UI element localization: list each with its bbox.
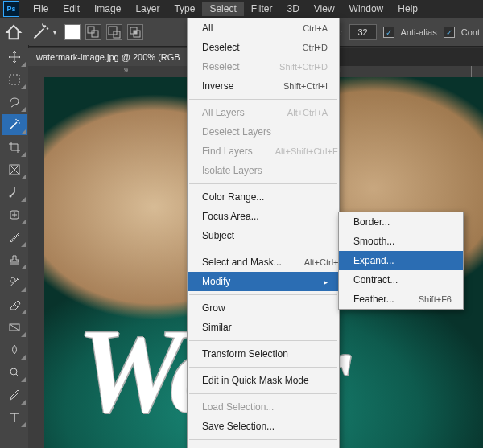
gradient-tool[interactable] bbox=[2, 317, 27, 338]
eraser-tool[interactable] bbox=[2, 294, 27, 315]
select-menu-item-label: Modify bbox=[202, 276, 230, 287]
crop-tool[interactable] bbox=[2, 137, 27, 158]
menu-file[interactable]: File bbox=[26, 2, 56, 16]
menu-filter[interactable]: Filter bbox=[244, 2, 280, 16]
anti-alias-label: Anti-alias bbox=[401, 27, 437, 37]
svg-point-13 bbox=[15, 119, 16, 120]
frame-tool[interactable] bbox=[2, 159, 27, 180]
select-menu-dropdown: AllCtrl+ADeselectCtrl+DReselectShift+Ctr… bbox=[187, 18, 340, 448]
document-tab[interactable]: watermark-image.jpg @ 200% (RGB bbox=[28, 48, 188, 66]
contiguous-checkbox[interactable]: ✓ bbox=[444, 27, 455, 38]
anti-alias-checkbox[interactable]: ✓ bbox=[383, 27, 394, 38]
tool-preset-icon[interactable] bbox=[31, 23, 50, 42]
clone-stamp-tool[interactable] bbox=[2, 249, 27, 270]
select-menu-item-deselect[interactable]: DeselectCtrl+D bbox=[188, 38, 339, 57]
modify-menu-item-label: Contract... bbox=[353, 274, 398, 286]
select-menu-item-save-selection[interactable]: Save Selection... bbox=[188, 417, 339, 436]
select-menu-separator bbox=[189, 340, 337, 341]
menu-layer[interactable]: Layer bbox=[128, 2, 167, 16]
select-menu-item-inverse[interactable]: InverseShift+Ctrl+I bbox=[188, 76, 339, 96]
select-menu-item-color-range[interactable]: Color Range... bbox=[188, 187, 339, 207]
select-menu-item-label: Color Range... bbox=[202, 191, 264, 203]
type-tool[interactable] bbox=[2, 407, 27, 428]
modify-menu-item-contract[interactable]: Contract... bbox=[339, 270, 463, 290]
select-menu-item-shortcut: Alt+Ctrl+A bbox=[287, 108, 328, 117]
dodge-tool[interactable] bbox=[2, 362, 27, 383]
menu-3d[interactable]: 3D bbox=[279, 2, 306, 16]
svg-rect-10 bbox=[10, 75, 19, 84]
svg-point-15 bbox=[9, 195, 11, 198]
eyedropper-tool[interactable] bbox=[2, 182, 27, 203]
sample-add-selection-icon[interactable] bbox=[85, 24, 101, 40]
svg-point-18 bbox=[10, 368, 17, 375]
blur-tool[interactable] bbox=[2, 339, 27, 360]
select-menu-item-label: Load Selection... bbox=[202, 401, 274, 413]
select-menu-separator bbox=[189, 294, 337, 295]
menu-image[interactable]: Image bbox=[87, 2, 128, 16]
select-menu-item-label: Select and Mask... bbox=[202, 257, 282, 268]
menu-type[interactable]: Type bbox=[167, 2, 202, 16]
select-menu-item-label: Reselect bbox=[202, 61, 240, 72]
select-menu-item-label: Deselect bbox=[202, 42, 240, 53]
modify-menu-item-feather[interactable]: Feather...Shift+F6 bbox=[339, 290, 463, 309]
select-menu-item-label: Save Selection... bbox=[202, 421, 275, 432]
healing-brush-tool[interactable] bbox=[2, 204, 27, 225]
select-menu-item-new-3d-extrusion[interactable]: New 3D Extrusion bbox=[188, 443, 339, 448]
app-logo: Ps bbox=[3, 1, 19, 17]
sample-intersect-selection-icon[interactable] bbox=[127, 24, 143, 40]
select-menu-item-shortcut: Shift+Ctrl+D bbox=[279, 62, 328, 72]
svg-rect-9 bbox=[134, 31, 137, 34]
sample-subtract-selection-icon[interactable] bbox=[106, 24, 122, 40]
select-menu-item-modify[interactable]: Modify▸ bbox=[188, 272, 339, 291]
select-menu-item-isolate-layers: Isolate Layers bbox=[188, 161, 339, 180]
select-menu-item-label: Similar bbox=[202, 322, 232, 333]
toolbox bbox=[0, 45, 29, 448]
modify-menu-item-label: Feather... bbox=[353, 294, 394, 305]
select-menu-item-reselect: ReselectShift+Ctrl+D bbox=[188, 57, 339, 76]
select-menu-item-label: Find Layers bbox=[202, 146, 253, 157]
tool-preset-dropdown[interactable]: ▾ bbox=[53, 29, 56, 36]
select-menu-item-label: Focus Area... bbox=[202, 211, 259, 222]
select-menu-item-all[interactable]: AllCtrl+A bbox=[188, 18, 339, 38]
select-menu-separator bbox=[189, 99, 337, 100]
modify-menu-item-expand[interactable]: Expand... bbox=[339, 251, 463, 270]
select-menu-item-label: Isolate Layers bbox=[202, 165, 262, 176]
modify-menu-item-border[interactable]: Border... bbox=[339, 212, 463, 232]
tolerance-field[interactable]: 32 bbox=[349, 24, 377, 40]
select-menu-item-grow[interactable]: Grow bbox=[188, 298, 339, 318]
menu-window[interactable]: Window bbox=[342, 2, 391, 16]
modify-menu-item-smooth[interactable]: Smooth... bbox=[339, 232, 463, 251]
menu-select[interactable]: Select bbox=[202, 2, 243, 16]
select-menu-separator bbox=[189, 249, 337, 249]
select-menu-separator bbox=[189, 439, 337, 440]
vertical-ruler bbox=[28, 66, 45, 448]
svg-rect-5 bbox=[109, 27, 117, 35]
document-tab-title: watermark-image.jpg @ 200% (RGB bbox=[36, 52, 180, 62]
sample-new-selection-icon[interactable] bbox=[64, 24, 80, 40]
home-button[interactable] bbox=[5, 23, 23, 41]
menu-help[interactable]: Help bbox=[390, 2, 425, 16]
pen-tool[interactable] bbox=[2, 384, 27, 405]
select-menu-item-transform-selection[interactable]: Transform Selection bbox=[188, 344, 339, 364]
menu-edit[interactable]: Edit bbox=[56, 2, 87, 16]
select-menu-item-focus-area[interactable]: Focus Area... bbox=[188, 207, 339, 226]
lasso-tool[interactable] bbox=[2, 92, 27, 113]
svg-rect-4 bbox=[92, 31, 98, 37]
svg-point-0 bbox=[44, 25, 46, 27]
select-menu-item-select-and-mask[interactable]: Select and Mask...Alt+Ctrl+R bbox=[188, 253, 339, 272]
magic-wand-tool[interactable] bbox=[2, 114, 27, 135]
modify-menu-item-shortcut: Shift+F6 bbox=[419, 294, 452, 304]
menu-view[interactable]: View bbox=[307, 2, 342, 16]
move-tool[interactable] bbox=[2, 47, 27, 68]
history-brush-tool[interactable] bbox=[2, 272, 27, 293]
svg-point-2 bbox=[42, 23, 43, 25]
select-menu-item-label: Transform Selection bbox=[202, 348, 288, 360]
select-menu-item-similar[interactable]: Similar bbox=[188, 318, 339, 337]
select-menu-item-edit-in-quick-mask-mode[interactable]: Edit in Quick Mask Mode bbox=[188, 371, 339, 390]
marquee-tool[interactable] bbox=[2, 69, 27, 90]
select-menu-item-shortcut: Ctrl+A bbox=[303, 23, 328, 33]
brush-tool[interactable] bbox=[2, 227, 27, 248]
select-menu-item-subject[interactable]: Subject bbox=[188, 226, 339, 245]
menu-bar: Ps FileEditImageLayerTypeSelectFilter3DV… bbox=[0, 0, 483, 18]
select-menu-item-find-layers: Find LayersAlt+Shift+Ctrl+F bbox=[188, 142, 339, 161]
